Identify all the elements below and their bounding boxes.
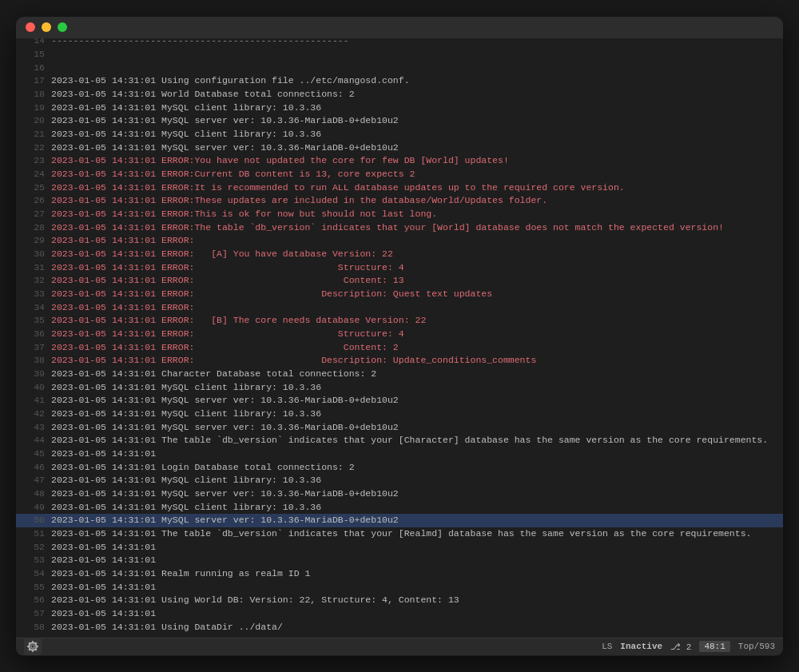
terminal-line: 512023-01-05 14:31:01 The table `db_vers… <box>16 527 783 541</box>
line-number: 18 <box>21 88 45 101</box>
line-number: 45 <box>21 447 45 461</box>
terminal-line: 462023-01-05 14:31:01 Login Database tot… <box>16 461 783 475</box>
status-ls-label: LS <box>602 642 612 651</box>
line-number: 44 <box>21 434 45 447</box>
line-text: 2023-01-05 14:31:01 ERROR: [A] You have … <box>51 248 393 261</box>
line-number: 46 <box>21 461 45 475</box>
line-number: 41 <box>21 394 45 408</box>
terminal-line: 272023-01-05 14:31:01 ERROR:This is ok f… <box>16 208 783 221</box>
line-number: 48 <box>21 487 45 501</box>
line-text: 2023-01-05 14:31:01 The table `db_versio… <box>51 527 751 541</box>
gear-icon <box>27 641 38 652</box>
terminal-line: 452023-01-05 14:31:01 <box>16 447 783 461</box>
line-number: 39 <box>21 368 45 381</box>
line-number: 58 <box>21 621 45 634</box>
maximize-button[interactable] <box>58 22 67 32</box>
line-text: 2023-01-05 14:31:01 MySQL server ver: 10… <box>51 487 399 501</box>
line-text: 2023-01-05 14:31:01 MySQL server ver: 10… <box>51 421 399 435</box>
line-number: 51 <box>21 527 45 541</box>
terminal-line: 522023-01-05 14:31:01 <box>16 541 783 555</box>
line-text: ----------------------------------------… <box>51 38 349 48</box>
line-text: 2023-01-05 14:31:01 MySQL server ver: 10… <box>51 114 399 128</box>
line-text: 2023-01-05 14:31:01 <box>51 554 156 567</box>
terminal-line: 282023-01-05 14:31:01 ERROR:The table `d… <box>16 221 783 235</box>
line-text: 2023-01-05 14:31:01 Using World DB: Vers… <box>51 594 459 607</box>
line-number: 57 <box>21 607 45 621</box>
line-text: 2023-01-05 14:31:01 ERROR:This is ok for… <box>51 208 437 221</box>
minimize-button[interactable] <box>42 22 51 32</box>
terminal-line: 442023-01-05 14:31:01 The table `db_vers… <box>16 434 783 447</box>
terminal-line: 16 <box>16 62 783 75</box>
line-number: 15 <box>21 48 45 62</box>
line-text: 2023-01-05 14:31:01 ERROR:The table `db_… <box>51 221 724 235</box>
line-number: 40 <box>21 381 45 395</box>
line-text: 2023-01-05 14:31:01 MySQL server ver: 10… <box>51 514 399 527</box>
status-top-label: Top/593 <box>738 642 775 651</box>
terminal-line: 172023-01-05 14:31:01 Using configuratio… <box>16 74 783 88</box>
line-text: 2023-01-05 14:31:01 MySQL client library… <box>51 381 321 395</box>
terminal-line: 472023-01-05 14:31:01 MySQL client libra… <box>16 474 783 487</box>
line-number: 24 <box>21 168 45 181</box>
line-text: 2023-01-05 14:31:01 MySQL server ver: 10… <box>51 141 399 155</box>
terminal-content[interactable]: 12023-01-05 14:31:01 2201075 [world-daem… <box>16 38 783 638</box>
line-number: 31 <box>21 261 45 275</box>
line-text: 2023-01-05 14:31:01 Realm running as rea… <box>51 567 310 581</box>
line-number: 53 <box>21 554 45 567</box>
line-number: 25 <box>21 181 45 195</box>
terminal-line: 342023-01-05 14:31:01 ERROR: <box>16 301 783 315</box>
line-text: 2023-01-05 14:31:01 ERROR: Content: 13 <box>51 274 404 288</box>
terminal-line: 14--------------------------------------… <box>16 38 783 48</box>
line-number: 30 <box>21 248 45 261</box>
line-text: 2023-01-05 14:31:01 ERROR:Current DB con… <box>51 168 415 181</box>
settings-icon-button[interactable] <box>24 638 42 655</box>
line-number: 14 <box>21 38 45 48</box>
terminal-line: 192023-01-05 14:31:01 MySQL client libra… <box>16 101 783 115</box>
terminal-line: 232023-01-05 14:31:01 ERROR:You have not… <box>16 154 783 168</box>
terminal-line: 392023-01-05 14:31:01 Character Database… <box>16 368 783 381</box>
terminal-line: 582023-01-05 14:31:01 Using DataDir ../d… <box>16 621 783 634</box>
line-text: 2023-01-05 14:31:01 MySQL client library… <box>51 474 321 487</box>
line-number: 26 <box>21 194 45 208</box>
line-number: 21 <box>21 128 45 141</box>
line-text: 2023-01-05 14:31:01 ERROR:You have not u… <box>51 154 509 168</box>
terminal-line: 292023-01-05 14:31:01 ERROR: <box>16 234 783 248</box>
line-number: 22 <box>21 141 45 155</box>
line-text: 2023-01-05 14:31:01 <box>51 581 156 594</box>
line-number: 36 <box>21 328 45 341</box>
terminal-line: 302023-01-05 14:31:01 ERROR: [A] You hav… <box>16 248 783 261</box>
terminal-line: 372023-01-05 14:31:01 ERROR: Content: 2 <box>16 341 783 355</box>
line-number: 20 <box>21 114 45 128</box>
terminal-line: 202023-01-05 14:31:01 MySQL server ver: … <box>16 114 783 128</box>
line-number: 55 <box>21 581 45 594</box>
line-text: 2023-01-05 14:31:01 Using configuration … <box>51 74 410 88</box>
line-number: 54 <box>21 567 45 581</box>
terminal-body: 12023-01-05 14:31:01 2201075 [world-daem… <box>16 38 783 638</box>
line-text: 2023-01-05 14:31:01 ERROR: Structure: 4 <box>51 261 404 275</box>
terminal-line: 532023-01-05 14:31:01 <box>16 554 783 567</box>
line-text: 2023-01-05 14:31:01 ERROR: [B] The core … <box>51 314 426 328</box>
line-number: 19 <box>21 101 45 115</box>
terminal-line: 382023-01-05 14:31:01 ERROR: Description… <box>16 354 783 368</box>
terminal-line: 412023-01-05 14:31:01 MySQL server ver: … <box>16 394 783 408</box>
line-text: 2023-01-05 14:31:01 <box>51 541 156 555</box>
terminal-line: 482023-01-05 14:31:01 MySQL server ver: … <box>16 487 783 501</box>
line-text: 2023-01-05 14:31:01 Character Database t… <box>51 368 376 381</box>
terminal-line: 182023-01-05 14:31:01 World Database tot… <box>16 88 783 101</box>
terminal-line: 212023-01-05 14:31:01 MySQL client libra… <box>16 128 783 141</box>
line-number: 50 <box>21 514 45 527</box>
line-text: 2023-01-05 14:31:01 ERROR:These updates … <box>51 194 547 208</box>
line-text: 2023-01-05 14:31:01 ERROR: Description: … <box>51 354 536 368</box>
line-number: 34 <box>21 301 45 315</box>
terminal-window: 12023-01-05 14:31:01 2201075 [world-daem… <box>16 17 783 656</box>
close-button[interactable] <box>26 22 35 32</box>
line-number: 43 <box>21 421 45 435</box>
line-text: 2023-01-05 14:31:01 Login Database total… <box>51 461 355 475</box>
line-text: 2023-01-05 14:31:01 ERROR: Description: … <box>51 288 492 301</box>
terminal-line: 502023-01-05 14:31:01 MySQL server ver: … <box>16 514 783 527</box>
terminal-line: 252023-01-05 14:31:01 ERROR:It is recomm… <box>16 181 783 195</box>
terminal-line: 542023-01-05 14:31:01 Realm running as r… <box>16 567 783 581</box>
line-number: 17 <box>21 74 45 88</box>
line-number: 33 <box>21 288 45 301</box>
status-inactive-label: Inactive <box>620 642 662 651</box>
line-number: 49 <box>21 501 45 515</box>
